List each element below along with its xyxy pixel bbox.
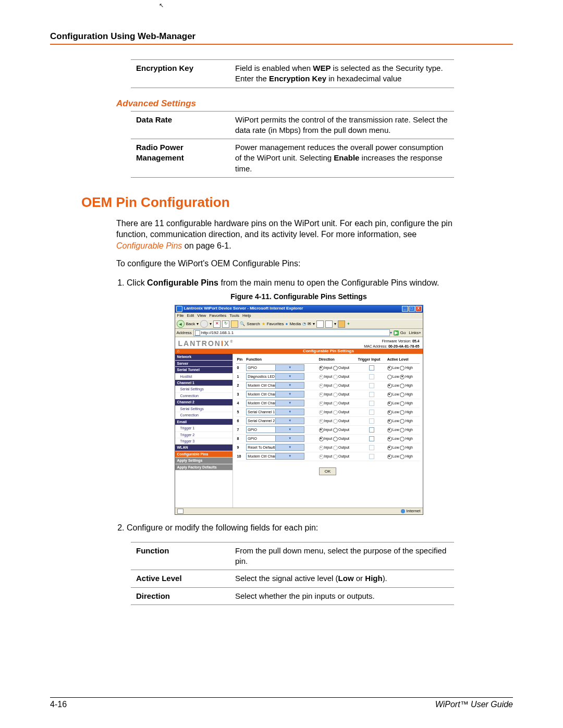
maximize-button[interactable]: □ bbox=[409, 306, 415, 312]
minimize-button[interactable]: _ bbox=[402, 306, 408, 312]
function-dropdown[interactable]: Modem Ctrl Channel 2 Out▼ bbox=[246, 400, 304, 406]
mail-icon[interactable]: ✉ bbox=[308, 322, 311, 327]
sidebar-item[interactable]: Channel 2 bbox=[175, 399, 232, 405]
level-low-radio[interactable] bbox=[387, 428, 392, 433]
function-dropdown[interactable]: GPIO▼ bbox=[246, 364, 304, 371]
trigger-checkbox[interactable] bbox=[369, 418, 374, 424]
edit-icon[interactable] bbox=[325, 320, 333, 328]
favorites-icon[interactable]: ★ bbox=[262, 322, 265, 327]
forward-button[interactable] bbox=[200, 320, 208, 328]
print-icon[interactable] bbox=[316, 320, 324, 328]
menu-help[interactable]: Help bbox=[242, 313, 251, 318]
level-high-radio[interactable] bbox=[400, 428, 405, 433]
sidebar-item[interactable]: Network bbox=[175, 354, 232, 360]
sidebar-item[interactable]: Configurable Pins bbox=[175, 451, 232, 458]
sidebar-item[interactable]: Trigger 1 bbox=[175, 425, 232, 431]
function-dropdown[interactable]: Reset To Defaults▼ bbox=[246, 444, 304, 451]
links-label[interactable]: Links bbox=[409, 330, 419, 336]
menu-tools[interactable]: Tools bbox=[229, 313, 239, 318]
menu-favorites[interactable]: Favorites bbox=[209, 313, 226, 318]
trigger-checkbox[interactable] bbox=[369, 392, 374, 397]
level-low-radio[interactable] bbox=[387, 454, 392, 459]
direction-output-radio[interactable] bbox=[333, 437, 338, 441]
search-icon[interactable]: 🔍 bbox=[240, 322, 245, 327]
level-low-radio[interactable] bbox=[387, 410, 392, 415]
close-button[interactable]: X bbox=[415, 306, 422, 312]
sidebar-item[interactable]: Connection bbox=[175, 412, 232, 418]
refresh-icon[interactable]: ↻ bbox=[222, 320, 229, 328]
go-button[interactable]: ▶ bbox=[394, 330, 399, 336]
function-dropdown[interactable]: Modem Ctrl Channel 2 In▼ bbox=[246, 453, 304, 460]
direction-input-radio bbox=[319, 384, 324, 388]
folder-icon[interactable] bbox=[338, 320, 345, 328]
sidebar-item[interactable]: Apply Factory Defaults bbox=[175, 464, 232, 471]
direction-output-radio[interactable] bbox=[333, 366, 338, 371]
home-icon[interactable] bbox=[231, 320, 238, 328]
menu-edit[interactable]: Edit bbox=[187, 313, 194, 318]
table-row: 6Serial Channel 2 Status LED▼Input Outpu… bbox=[236, 416, 420, 425]
trigger-checkbox[interactable] bbox=[369, 445, 374, 450]
level-low-radio[interactable] bbox=[387, 366, 392, 371]
level-low-radio[interactable] bbox=[387, 437, 392, 441]
trigger-checkbox[interactable] bbox=[369, 374, 374, 379]
trigger-checkbox[interactable] bbox=[369, 454, 374, 459]
function-dropdown[interactable]: Modem Ctrl Channel 1 In▼ bbox=[246, 382, 304, 389]
function-dropdown[interactable]: GPIO▼ bbox=[246, 426, 304, 433]
sidebar-item[interactable]: Serial Settings bbox=[175, 386, 232, 392]
trigger-checkbox[interactable] bbox=[369, 401, 374, 406]
function-dropdown[interactable]: Diagnostics LED▼ bbox=[246, 373, 304, 380]
sidebar-item[interactable]: Channel 1 bbox=[175, 380, 232, 386]
level-low-radio[interactable] bbox=[387, 384, 392, 388]
menu-file[interactable]: File bbox=[177, 313, 184, 318]
sidebar-item[interactable]: WLAN bbox=[175, 445, 232, 451]
direction-input-radio[interactable] bbox=[319, 366, 324, 371]
menu-view[interactable]: View bbox=[197, 313, 206, 318]
trigger-checkbox[interactable] bbox=[369, 410, 374, 415]
sidebar-item[interactable]: Serial Tunnel bbox=[175, 367, 232, 373]
trigger-checkbox[interactable] bbox=[369, 365, 374, 371]
direction-input-radio[interactable] bbox=[319, 437, 324, 441]
sidebar-item[interactable]: Trigger 2 bbox=[175, 432, 232, 438]
sidebar-item[interactable]: Trigger 3 bbox=[175, 438, 232, 445]
sidebar-item[interactable]: Server bbox=[175, 361, 232, 367]
level-low-radio[interactable] bbox=[387, 419, 392, 424]
level-low-radio[interactable] bbox=[387, 375, 392, 379]
sidebar-item[interactable]: Connection bbox=[175, 393, 232, 399]
trigger-checkbox[interactable] bbox=[369, 436, 374, 441]
level-high-radio[interactable] bbox=[400, 410, 405, 415]
level-low-radio[interactable] bbox=[387, 392, 392, 397]
step-1: Click Configurable Pins from the main me… bbox=[127, 277, 471, 515]
level-low-radio[interactable] bbox=[387, 401, 392, 406]
function-dropdown[interactable]: GPIO▼ bbox=[246, 435, 304, 442]
history-icon[interactable]: ◔ bbox=[302, 322, 306, 327]
sidebar-item[interactable]: Apply Settings bbox=[175, 458, 232, 464]
sidebar-item[interactable]: Serial Settings bbox=[175, 406, 232, 412]
level-high-radio[interactable] bbox=[400, 437, 405, 441]
home-tab-icon[interactable]: ⌂ bbox=[175, 349, 235, 354]
ok-button[interactable]: OK bbox=[319, 467, 337, 475]
level-low-radio[interactable] bbox=[387, 446, 392, 450]
url-input[interactable]: http://192.168.1.1 bbox=[193, 329, 390, 336]
stop-icon[interactable]: ✕ bbox=[213, 320, 221, 328]
level-high-radio[interactable] bbox=[400, 446, 405, 450]
sidebar-item[interactable]: Hostlist bbox=[175, 374, 232, 380]
function-dropdown[interactable]: Modem Ctrl Channel 1 Out▼ bbox=[246, 391, 304, 398]
discuss-icon[interactable]: ✦ bbox=[347, 322, 350, 327]
function-dropdown[interactable]: Serial Channel 1 Status LED▼ bbox=[246, 409, 304, 415]
direction-output-radio[interactable] bbox=[333, 428, 338, 433]
back-button[interactable]: ◄ bbox=[177, 320, 185, 328]
level-high-radio[interactable] bbox=[400, 392, 405, 397]
level-high-radio[interactable] bbox=[400, 384, 405, 388]
trigger-checkbox[interactable] bbox=[369, 427, 374, 433]
level-high-radio[interactable] bbox=[400, 366, 405, 371]
direction-input-radio[interactable] bbox=[319, 428, 324, 433]
media-icon[interactable]: ● bbox=[286, 322, 288, 327]
running-header: Configuration Using Web-Manager bbox=[50, 31, 513, 42]
trigger-checkbox[interactable] bbox=[369, 383, 374, 388]
level-high-radio[interactable] bbox=[400, 454, 405, 459]
level-high-radio[interactable] bbox=[400, 401, 405, 406]
level-high-radio[interactable] bbox=[400, 375, 405, 379]
sidebar-item[interactable]: Email bbox=[175, 419, 232, 425]
level-high-radio[interactable] bbox=[400, 419, 405, 424]
function-dropdown[interactable]: Serial Channel 2 Status LED▼ bbox=[246, 417, 304, 424]
